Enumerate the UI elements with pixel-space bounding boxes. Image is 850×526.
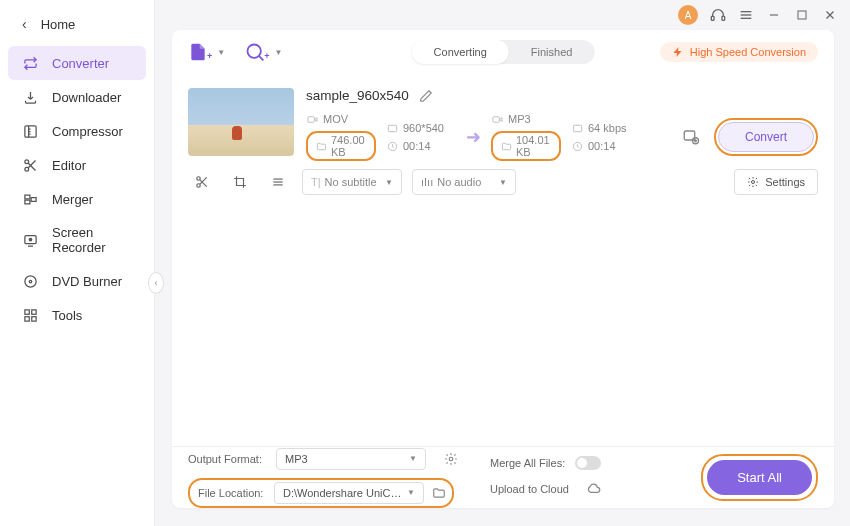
lightning-icon xyxy=(672,46,684,58)
subtitle-value: No subtitle xyxy=(325,176,377,188)
src-format: MOV xyxy=(323,113,348,125)
svg-rect-28 xyxy=(307,116,313,122)
svg-point-10 xyxy=(24,159,28,163)
sidebar-item-label: Screen Recorder xyxy=(52,225,136,255)
sidebar-item-label: Converter xyxy=(52,56,109,71)
crop-icon[interactable] xyxy=(226,170,254,194)
sidebar-item-screen-recorder[interactable]: Screen Recorder xyxy=(0,216,154,264)
svg-rect-6 xyxy=(798,11,806,19)
svg-point-44 xyxy=(449,457,453,461)
output-settings-icon[interactable] xyxy=(682,128,700,146)
convert-button-highlight: Convert xyxy=(714,118,818,156)
headset-icon[interactable] xyxy=(710,7,726,23)
sidebar-item-label: DVD Burner xyxy=(52,274,122,289)
bitrate-icon xyxy=(571,122,583,134)
video-thumbnail[interactable] xyxy=(188,88,294,156)
resolution-icon xyxy=(386,122,398,134)
dst-duration: 00:14 xyxy=(588,140,616,152)
sidebar-item-label: Merger xyxy=(52,192,93,207)
trim-icon[interactable] xyxy=(188,170,216,194)
folder-icon xyxy=(315,140,327,152)
file-location-dropdown[interactable]: D:\Wondershare UniConverter 1 ▼ xyxy=(274,482,424,504)
maximize-icon[interactable] xyxy=(794,7,810,23)
more-icon[interactable] xyxy=(264,170,292,194)
compress-icon xyxy=(22,123,38,139)
svg-rect-0 xyxy=(711,16,714,20)
chevron-left-icon: ‹ xyxy=(22,16,27,32)
subtitle-dropdown[interactable]: T| No subtitle ▼ xyxy=(302,169,402,195)
svg-rect-14 xyxy=(24,195,29,199)
minimize-icon[interactable] xyxy=(766,7,782,23)
folder-icon xyxy=(500,140,512,152)
converter-icon xyxy=(22,55,38,71)
svg-point-18 xyxy=(29,238,32,241)
file-location-value: D:\Wondershare UniConverter 1 xyxy=(283,487,407,499)
sidebar-item-label: Editor xyxy=(52,158,86,173)
svg-rect-22 xyxy=(24,309,28,313)
sidebar: ‹ Home Converter Downloader Compressor E… xyxy=(0,0,155,526)
avatar[interactable]: A xyxy=(678,5,698,25)
status-tabs: Converting Finished xyxy=(412,40,595,64)
svg-point-37 xyxy=(197,184,201,188)
home-label: Home xyxy=(41,17,76,32)
sidebar-item-dvd-burner[interactable]: DVD Burner xyxy=(0,264,154,298)
settings-button[interactable]: Settings xyxy=(734,169,818,195)
start-all-highlight: Start All xyxy=(701,454,818,501)
sidebar-item-label: Compressor xyxy=(52,124,123,139)
upload-cloud-label: Upload to Cloud xyxy=(490,483,569,495)
sidebar-item-label: Tools xyxy=(52,308,82,323)
cloud-icon[interactable] xyxy=(583,478,605,500)
waveform-icon: ıIıı xyxy=(421,176,433,188)
sidebar-item-downloader[interactable]: Downloader xyxy=(0,80,154,114)
gear-icon xyxy=(747,176,759,188)
merge-icon xyxy=(22,191,38,207)
video-icon xyxy=(306,113,318,125)
output-format-settings-icon[interactable] xyxy=(440,448,462,470)
sidebar-item-merger[interactable]: Merger xyxy=(0,182,154,216)
hamburger-icon[interactable] xyxy=(738,7,754,23)
open-folder-icon[interactable] xyxy=(428,482,450,504)
add-file-button[interactable]: + ▼ xyxy=(188,42,225,62)
subtitle-icon: T| xyxy=(311,176,321,188)
chevron-down-icon: ▼ xyxy=(407,488,415,497)
tab-finished[interactable]: Finished xyxy=(509,40,595,64)
sidebar-item-tools[interactable]: Tools xyxy=(0,298,154,332)
settings-label: Settings xyxy=(765,176,805,188)
plus-icon: + xyxy=(207,51,212,61)
chevron-down-icon: ▼ xyxy=(409,454,417,463)
svg-rect-23 xyxy=(31,309,35,313)
dst-size: 104.01 KB xyxy=(516,134,552,158)
file-location-label: File Location: xyxy=(192,487,270,499)
merge-all-label: Merge All Files: xyxy=(490,457,565,469)
sidebar-item-editor[interactable]: Editor xyxy=(0,148,154,182)
topbar: + ▼ + ▼ Converting Finished High Speed C… xyxy=(172,30,834,74)
sidebar-item-compressor[interactable]: Compressor xyxy=(0,114,154,148)
screen-recorder-icon xyxy=(22,232,38,248)
output-format-value: MP3 xyxy=(285,453,308,465)
arrow-right-icon: ➜ xyxy=(466,126,481,148)
tab-converting[interactable]: Converting xyxy=(412,40,509,64)
convert-button[interactable]: Convert xyxy=(718,122,814,152)
merge-all-toggle[interactable] xyxy=(575,456,601,470)
close-icon[interactable] xyxy=(822,7,838,23)
collapse-sidebar-button[interactable]: ‹ xyxy=(148,272,164,294)
clock-icon xyxy=(571,140,583,152)
audio-icon xyxy=(491,113,503,125)
dst-format: MP3 xyxy=(508,113,531,125)
audio-dropdown[interactable]: ıIıı No audio ▼ xyxy=(412,169,516,195)
add-url-button[interactable]: + ▼ xyxy=(245,42,282,62)
output-format-dropdown[interactable]: MP3 ▼ xyxy=(276,448,426,470)
sidebar-item-converter[interactable]: Converter xyxy=(8,46,146,80)
svg-rect-32 xyxy=(573,125,581,131)
high-speed-conversion-button[interactable]: High Speed Conversion xyxy=(660,42,818,62)
dst-bitrate: 64 kbps xyxy=(588,122,627,134)
chevron-down-icon: ▼ xyxy=(499,178,507,187)
start-all-button[interactable]: Start All xyxy=(707,460,812,495)
svg-rect-15 xyxy=(24,200,29,204)
file-name: sample_960x540 xyxy=(306,88,409,103)
svg-rect-16 xyxy=(31,197,36,201)
home-button[interactable]: ‹ Home xyxy=(0,4,154,46)
svg-rect-31 xyxy=(492,116,498,122)
edit-icon[interactable] xyxy=(419,89,433,103)
svg-point-11 xyxy=(24,167,28,171)
